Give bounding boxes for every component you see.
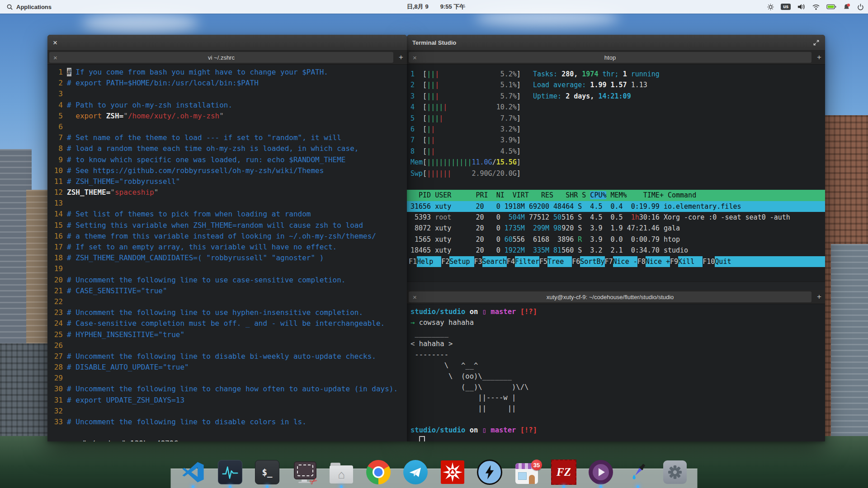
desktop: Applications 日,8月 9 9:55 下午 us × × vi ~/… bbox=[0, 0, 868, 488]
htop-meter-line bbox=[407, 179, 825, 190]
editor-line: 13 bbox=[47, 198, 407, 209]
running-indicator bbox=[229, 485, 231, 488]
fkey[interactable]: F1 bbox=[409, 256, 417, 267]
dock-item-chrome[interactable] bbox=[366, 460, 391, 485]
studio-titlebar[interactable]: Terminal Studio bbox=[407, 35, 825, 51]
shell-line: studio/studio on ▯ master [!?] bbox=[407, 425, 825, 436]
tab-title: vi ~/.zshrc bbox=[208, 54, 235, 61]
dock-item-files[interactable]: ⌂ bbox=[329, 460, 354, 485]
tab-vi-zshrc[interactable]: × vi ~/.zshrc bbox=[49, 52, 393, 63]
fkey[interactable]: F3 bbox=[474, 256, 482, 267]
running-indicator bbox=[637, 485, 639, 488]
dock-item-wolfram-mathematica[interactable] bbox=[440, 460, 465, 485]
dock-item-terminal[interactable]: $_ bbox=[255, 460, 280, 485]
dock-item-zeal[interactable] bbox=[477, 460, 502, 485]
editor-line: 17# If set to an empty array, this varia… bbox=[47, 242, 407, 253]
htop-function-key-bar[interactable]: F1Help F2Setup F3SearchF4FilterF5Tree F6… bbox=[407, 256, 825, 267]
power-icon[interactable] bbox=[857, 3, 864, 11]
htop-meter-line: 5 [|||| 7.7%] bbox=[407, 113, 825, 124]
tab-shell[interactable]: × xuty@xuty-cf-9: ~/codehouse/flutter/st… bbox=[409, 291, 811, 302]
fkey-label[interactable]: Help bbox=[417, 256, 441, 267]
htop-table-header[interactable]: PID USER PRI NI VIRT RES SHR S CPU% MEM%… bbox=[407, 190, 825, 201]
vi-window-titlebar[interactable]: × bbox=[47, 35, 407, 51]
fkey[interactable]: F9 bbox=[670, 256, 678, 267]
dock-item-mpv[interactable] bbox=[588, 460, 613, 485]
fkey-label[interactable]: Quit bbox=[715, 256, 825, 267]
dock-item-telegram[interactable] bbox=[403, 460, 428, 485]
new-tab-button[interactable]: + bbox=[813, 292, 825, 301]
htop-meter-line: 6 [|| 3.2%] bbox=[407, 124, 825, 135]
fkey-label[interactable]: Nice + bbox=[646, 256, 670, 267]
dock-item-appcenter[interactable]: 35 bbox=[514, 460, 539, 485]
dock-item-screenshot-tool[interactable]: ✂ bbox=[292, 460, 317, 485]
editor-line: 18# ZSH_THEME_RANDOM_CANDIDATES=( "robby… bbox=[47, 253, 407, 263]
editor-line: 28# DISABLE_AUTO_UPDATE="true" bbox=[47, 362, 407, 373]
night-light-icon[interactable] bbox=[767, 3, 774, 11]
applications-label: Applications bbox=[16, 4, 52, 10]
fkey-label[interactable]: Filter bbox=[515, 256, 539, 267]
vi-file-info: "~/.zshrc" 139L, 4879C bbox=[82, 439, 178, 441]
new-tab-button[interactable]: + bbox=[813, 53, 825, 62]
running-indicator bbox=[266, 485, 269, 488]
editor-line: 23# Uncomment the following line to use … bbox=[47, 307, 407, 318]
dock-item-system-monitor[interactable] bbox=[217, 460, 243, 485]
running-indicator bbox=[562, 485, 565, 488]
applications-menu[interactable]: Applications bbox=[0, 0, 58, 14]
vi-editor-area[interactable]: 1# If you come from bash you might have … bbox=[47, 65, 407, 441]
editor-line: 33# Uncomment the following line to disa… bbox=[47, 417, 407, 427]
htop-pane[interactable]: 1 [||| 5.2%] Tasks: 280, 1974 thr; 1 run… bbox=[407, 65, 825, 282]
shell-pane[interactable]: studio/studio on ▯ master [!?]→ cowsay h… bbox=[407, 304, 825, 441]
maximize-icon[interactable] bbox=[813, 39, 820, 46]
dock: $_ ✂ ⌂ bbox=[180, 460, 688, 485]
fkey-label[interactable]: Kill bbox=[678, 256, 703, 267]
editor-line: 9# to know which specific one was loaded… bbox=[47, 155, 407, 165]
tab-close-icon[interactable]: × bbox=[413, 294, 417, 300]
fkey[interactable]: F5 bbox=[539, 256, 547, 267]
shell-output: studio/studio on ▯ master [!?]→ cowsay h… bbox=[407, 307, 825, 441]
dock-item-settings[interactable] bbox=[662, 460, 688, 485]
volume-icon[interactable] bbox=[797, 3, 806, 10]
editor-line: 26 bbox=[47, 340, 407, 351]
editor-line: 31# export UPDATE_ZSH_DAYS=13 bbox=[47, 395, 407, 406]
fkey-label[interactable]: Search bbox=[482, 256, 507, 267]
fkey-label[interactable]: Setup bbox=[449, 256, 474, 267]
tab-title: htop bbox=[604, 54, 616, 61]
keyboard-layout-indicator[interactable]: us bbox=[781, 4, 791, 10]
pane-divider[interactable] bbox=[407, 282, 825, 290]
zeal-icon bbox=[477, 460, 502, 485]
wifi-icon[interactable] bbox=[812, 4, 820, 10]
system-tray: us bbox=[767, 3, 864, 11]
fkey[interactable]: F7 bbox=[605, 256, 613, 267]
htop-meter-line: 7 [|| 3.9%] bbox=[407, 135, 825, 145]
screenshot-icon: ✂ bbox=[292, 460, 316, 484]
fkey[interactable]: F4 bbox=[507, 256, 515, 267]
editor-line: 10# See https://github.com/robbyrussell/… bbox=[47, 165, 407, 176]
datetime[interactable]: 日,8月 9 9:55 下午 bbox=[407, 3, 465, 11]
notifications-icon[interactable] bbox=[843, 3, 850, 11]
tab-close-icon[interactable]: × bbox=[53, 54, 57, 61]
editor-line: 25# HYPHEN_INSENSITIVE="true" bbox=[47, 329, 407, 340]
filezilla-icon: FZ bbox=[551, 460, 576, 485]
date-label: 日,8月 9 bbox=[407, 3, 429, 11]
fkey[interactable]: F8 bbox=[637, 256, 646, 267]
fkey-label[interactable]: Nice - bbox=[613, 256, 637, 267]
window-close-button[interactable]: × bbox=[53, 39, 57, 47]
top-panel: Applications 日,8月 9 9:55 下午 us bbox=[0, 0, 868, 14]
cloud bbox=[81, 13, 199, 33]
battery-icon[interactable] bbox=[826, 4, 836, 10]
tab-title: xuty@xuty-cf-9: ~/codehouse/flutter/stud… bbox=[547, 294, 674, 300]
dock-item-filezilla[interactable]: FZ bbox=[551, 460, 576, 485]
fkey-label[interactable]: SortBy bbox=[580, 256, 604, 267]
dock-item-vscode[interactable] bbox=[180, 460, 206, 485]
tab-close-icon[interactable]: × bbox=[413, 54, 417, 61]
editor-line: 30# Uncomment the following line to chan… bbox=[47, 384, 407, 394]
tab-htop[interactable]: × htop bbox=[409, 52, 811, 63]
running-indicator bbox=[599, 485, 602, 488]
fkey[interactable]: F2 bbox=[441, 256, 449, 267]
fkey-label[interactable]: Tree bbox=[547, 256, 572, 267]
fkey[interactable]: F6 bbox=[572, 256, 580, 267]
dock-item-color-picker[interactable] bbox=[625, 460, 651, 485]
fkey[interactable]: F10 bbox=[703, 256, 715, 267]
shell-line: \ ^__^ bbox=[407, 361, 825, 371]
new-tab-button[interactable]: + bbox=[395, 53, 407, 62]
